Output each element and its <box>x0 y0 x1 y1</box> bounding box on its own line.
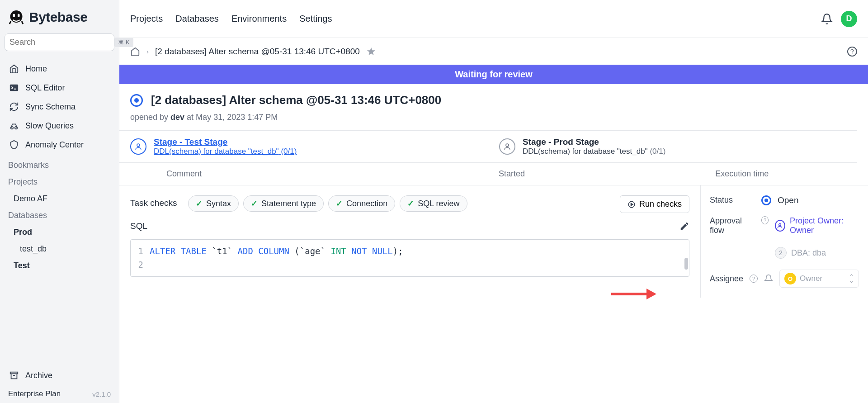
check-pill-statement-type[interactable]: ✓Statement type <box>243 195 324 212</box>
bell-icon[interactable] <box>821 13 833 25</box>
nav-anomaly-center-label: Anomaly Center <box>25 140 84 150</box>
status-row: Status Open <box>710 195 859 205</box>
nav-slow-queries[interactable]: Slow Queries <box>0 116 119 135</box>
approval-step-1[interactable]: Project Owner: Owner <box>790 216 859 235</box>
stage-prod-sub: DDL(schema) for database "test_db" (0/1) <box>523 147 665 156</box>
page-title: [2 databases] Alter schema @05-31 13:46 … <box>151 93 441 107</box>
user-icon <box>775 220 785 232</box>
chevron-updown-icon: ⌃⌄ <box>849 275 854 283</box>
breadcrumb-title[interactable]: [2 databases] Alter schema @05-31 13:46 … <box>155 47 360 57</box>
bookmarks-section: Bookmarks <box>0 157 119 174</box>
nav-home[interactable]: Home <box>0 59 119 78</box>
check-icon: ✓ <box>336 199 343 209</box>
topnav-settings[interactable]: Settings <box>299 14 332 24</box>
breadcrumb: › [2 databases] Alter schema @05-31 13:4… <box>119 38 868 65</box>
nav-sql-editor-label: SQL Editor <box>25 83 65 93</box>
user-avatar[interactable]: D <box>841 11 857 27</box>
check-icon: ✓ <box>251 199 258 209</box>
th-comment: Comment <box>130 169 396 179</box>
step-number-icon: 2 <box>775 247 787 259</box>
scrollbar-thumb[interactable] <box>684 258 688 270</box>
stage-test[interactable]: Stage - Test Stage DDL(schema) for datab… <box>119 131 488 162</box>
help-icon[interactable]: ? <box>847 47 857 57</box>
run-checks-button[interactable]: Run checks <box>620 195 689 213</box>
check-pill-syntax[interactable]: ✓Syntax <box>188 195 239 212</box>
stage-test-sub: DDL(schema) for database "test_db" (0/1) <box>154 147 297 156</box>
assignee-avatar: O <box>784 273 796 284</box>
nav-sync-schema-label: Sync Schema <box>25 102 75 112</box>
sidebar-nav: Home SQL Editor Sync Schema Slow Queries… <box>0 57 119 157</box>
th-started: Started <box>396 169 627 179</box>
assignee-name: Owner <box>800 274 822 283</box>
db-group-prod[interactable]: Prod <box>0 224 119 241</box>
search-field[interactable] <box>9 38 114 47</box>
check-icon: ✓ <box>196 199 203 209</box>
play-icon <box>627 200 636 209</box>
search-input[interactable]: ⌘ K <box>5 33 114 51</box>
nav-anomaly-center[interactable]: Anomaly Center <box>0 135 119 154</box>
top-nav: Projects Databases Environments Settings… <box>119 0 868 38</box>
sync-icon <box>9 102 19 112</box>
svg-rect-2 <box>18 14 20 18</box>
chevron-right-icon: › <box>146 47 149 55</box>
archive-icon <box>9 370 19 380</box>
nav-home-label: Home <box>25 64 47 74</box>
task-checks-label: Task checks <box>130 195 180 208</box>
projects-section: Projects <box>0 174 119 190</box>
main: Projects Databases Environments Settings… <box>119 0 868 403</box>
logo-text: Bytebase <box>29 9 87 25</box>
databases-section: Databases <box>0 207 119 224</box>
approval-step-2: DBA: dba <box>791 248 826 258</box>
svg-rect-1 <box>13 14 15 18</box>
topnav-projects[interactable]: Projects <box>130 14 163 24</box>
plan-label: Enterprise Plan <box>8 389 61 398</box>
th-exec: Execution time <box>627 169 857 179</box>
assignee-row: Assignee ? O Owner ⌃⌄ <box>710 270 859 288</box>
topnav-databases[interactable]: Databases <box>175 14 219 24</box>
check-icon: ✓ <box>407 199 414 209</box>
shield-icon <box>9 140 19 150</box>
stage-prod-title: Stage - Prod Stage <box>523 137 665 147</box>
svg-rect-6 <box>10 372 18 374</box>
logo[interactable]: Bytebase <box>0 0 119 33</box>
home-icon <box>9 64 19 74</box>
project-item[interactable]: Demo AF <box>0 190 119 207</box>
stages-bar: Stage - Test Stage DDL(schema) for datab… <box>119 130 857 163</box>
version-label: v2.1.0 <box>92 390 111 398</box>
sql-label: SQL <box>130 221 147 231</box>
bytebase-logo-icon <box>8 9 24 25</box>
svg-point-8 <box>506 144 509 147</box>
approval-flow-row: Approval flow ? Project Owner: Owner <box>710 216 859 259</box>
user-icon <box>499 138 515 155</box>
stage-prod[interactable]: Stage - Prod Stage DDL(schema) for datab… <box>488 131 857 162</box>
svg-point-7 <box>137 144 140 147</box>
check-pill-connection[interactable]: ✓Connection <box>328 195 395 212</box>
help-icon[interactable]: ? <box>761 216 769 224</box>
db-item-test-db[interactable]: test_db <box>0 241 119 257</box>
gauge-icon <box>9 121 19 131</box>
task-table-header: Comment Started Execution time <box>119 163 868 185</box>
check-pill-sql-review[interactable]: ✓SQL review <box>400 195 467 212</box>
issue-subtitle: opened by dev at May 31, 2023 1:47 PM <box>119 111 868 130</box>
sql-editor[interactable]: 1ALTER TABLE `t1` ADD COLUMN (`age` INT … <box>130 239 689 277</box>
help-icon[interactable]: ? <box>750 275 758 283</box>
topnav-environments[interactable]: Environments <box>231 14 287 24</box>
db-group-test[interactable]: Test <box>0 257 119 274</box>
bell-off-icon[interactable] <box>764 274 773 283</box>
status-value: Open <box>778 195 798 205</box>
stage-test-title: Stage - Test Stage <box>154 137 297 147</box>
nav-sync-schema[interactable]: Sync Schema <box>0 97 119 116</box>
nav-sql-editor[interactable]: SQL Editor <box>0 78 119 97</box>
flow-connector <box>781 238 781 244</box>
edit-icon[interactable] <box>679 221 689 231</box>
home-icon[interactable] <box>130 47 140 57</box>
status-indicator-icon <box>130 94 143 107</box>
status-banner: Waiting for review <box>119 65 868 84</box>
nav-archive[interactable]: Archive <box>0 366 119 385</box>
nav-slow-queries-label: Slow Queries <box>25 121 74 131</box>
star-icon[interactable] <box>366 47 376 57</box>
sidebar: Bytebase ⌘ K Home SQL Editor Sync <box>0 0 119 403</box>
nav-archive-label: Archive <box>25 371 52 380</box>
assignee-select[interactable]: O Owner ⌃⌄ <box>779 270 859 288</box>
svg-rect-3 <box>10 85 18 91</box>
